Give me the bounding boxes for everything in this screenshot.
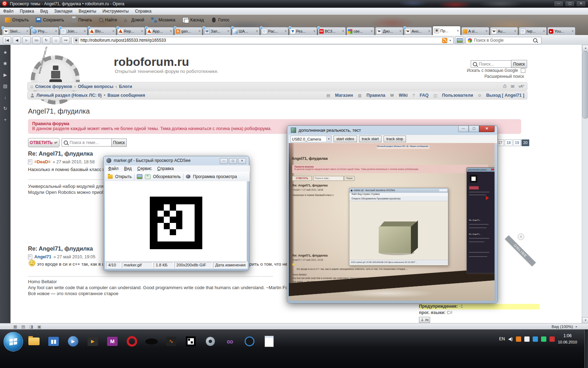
start-video-button[interactable]: start video	[334, 136, 357, 142]
home-nav-button[interactable]: ⌂	[52, 36, 60, 44]
site-search-button[interactable]: Поиск	[511, 60, 527, 68]
tab-close-icon[interactable]: ✕	[169, 29, 172, 33]
tray-icon-blue[interactable]	[533, 336, 538, 342]
ar-close-button[interactable]: ✕	[479, 126, 495, 132]
shop-link[interactable]: Магазин	[335, 93, 353, 98]
tab-16[interactable]: ✱Пр...✕	[433, 26, 461, 35]
tab-close-icon[interactable]: ✕	[284, 29, 287, 33]
menu-edit[interactable]: Правка	[17, 9, 37, 14]
zoom-level[interactable]: Вид (100%)	[552, 325, 573, 329]
menu-file[interactable]: Файл	[0, 9, 17, 14]
taskbar-messenger-icon[interactable]: M	[104, 333, 120, 349]
tab-close-icon[interactable]: ✕	[313, 29, 316, 33]
tab-close-icon[interactable]: ✕	[227, 29, 230, 33]
tab-4[interactable]: Blo...✕	[88, 27, 116, 35]
track-start-button[interactable]: track start	[359, 136, 382, 142]
topic-search-button[interactable]: Поиск	[111, 138, 127, 147]
rules-link[interactable]: Правила	[366, 93, 385, 98]
tab-close-icon[interactable]: ✕	[83, 29, 86, 33]
site-title[interactable]: roboforum.ru	[114, 55, 189, 69]
breadcrumb-blogs[interactable]: Блоги	[119, 84, 132, 89]
tab-1[interactable]: WSkel...✕	[2, 27, 30, 35]
bookmarks-panel-icon[interactable]: ★	[3, 50, 7, 55]
notes-panel-icon[interactable]: ▤	[3, 83, 7, 89]
acdsee-viewer-button[interactable]: Программа просмотра	[193, 174, 237, 179]
taskbar-aimp-icon[interactable]: ∿	[163, 333, 179, 349]
links-panel-icon[interactable]: ▶	[4, 72, 7, 77]
tab-8[interactable]: WЗап...✕	[203, 27, 231, 35]
tab-close-icon[interactable]: ✕	[342, 29, 344, 33]
tab-13[interactable]: све...✕	[346, 27, 374, 35]
tab-17[interactable]: A si...✕	[461, 27, 489, 35]
tab-20[interactable]: ▶You...✕	[547, 27, 575, 35]
tab-9[interactable]: ША...✕	[232, 27, 260, 35]
site-search-input[interactable]: Поиск...	[471, 60, 513, 68]
find-button[interactable]: Найти	[96, 16, 120, 23]
page-19[interactable]: 19	[513, 139, 521, 146]
volume-icon[interactable]: ◀)	[508, 336, 513, 341]
tray-icon-green[interactable]	[541, 336, 546, 342]
forward-button[interactable]: ▶	[22, 36, 31, 44]
maximize-button[interactable]: ▢	[565, 1, 575, 7]
tab-10[interactable]: Рас...✕	[260, 27, 288, 35]
next-image-icon[interactable]	[145, 174, 150, 179]
tab-18[interactable]: WAu...✕	[490, 27, 518, 35]
print-view-icon[interactable]: ⎙	[503, 84, 506, 89]
tray-icon-light[interactable]	[524, 336, 530, 342]
status-icon[interactable]: ◨	[29, 324, 33, 329]
acdsee-menu-view[interactable]: Вид	[124, 166, 132, 171]
back-to-top-button[interactable]: ∧	[518, 233, 524, 240]
breadcrumb-general[interactable]: Общие вопросы	[78, 84, 113, 89]
tab-close-icon[interactable]: ✕	[428, 29, 430, 33]
acdsee-titlebar[interactable]: marker.gif - Быстрый просмотр ACDSee	[106, 158, 190, 163]
taskbar-ar-marker-icon[interactable]	[183, 333, 199, 349]
google-search-field[interactable]: Поиск в Google	[465, 37, 541, 44]
reply-button[interactable]: ОТВЕТИТЬ↵	[28, 138, 59, 147]
taskbar-notepad-icon[interactable]	[261, 333, 277, 349]
tab-11[interactable]: Рез...✕	[289, 27, 317, 35]
acdsee-menu-help[interactable]: Справка	[157, 166, 174, 171]
breadcrumb-forums[interactable]: Список форумов	[35, 84, 72, 89]
members-link[interactable]: Пользователи	[442, 93, 473, 98]
post2-title[interactable]: Re: Angel71, флудилка	[28, 245, 93, 252]
faq-link[interactable]: FAQ	[420, 93, 429, 98]
tab-close-icon[interactable]: ✕	[198, 29, 201, 33]
menu-bookmarks[interactable]: Закладки	[51, 9, 76, 14]
voice-button[interactable]: Голос	[208, 16, 232, 23]
tab-close-icon[interactable]: ✕	[399, 29, 402, 33]
your-messages-link[interactable]: Ваши сообщения	[107, 93, 145, 98]
downloads-panel-icon[interactable]: ↓	[4, 95, 7, 100]
acdsee-close-button[interactable]: ✕	[238, 158, 246, 164]
reload-button[interactable]: ↻	[42, 36, 50, 44]
home-button[interactable]: ⌂Домой	[121, 16, 147, 23]
post1-author[interactable]: =DeaD=	[34, 159, 51, 164]
topic-search-input[interactable]: Поиск в теме...	[62, 138, 112, 146]
status-icon[interactable]: ▤	[21, 324, 25, 329]
prev-image-icon[interactable]	[137, 174, 142, 179]
tab-3[interactable]: Join...✕	[59, 27, 88, 35]
taskbar-opera-icon[interactable]	[124, 333, 140, 349]
scroll-down-icon[interactable]: ▼	[582, 317, 588, 323]
back-button[interactable]: ◀	[13, 36, 21, 44]
acdsee-maximize-button[interactable]: ▢	[229, 158, 237, 164]
open-button[interactable]: Открыть	[2, 16, 31, 23]
tab-close-icon[interactable]: ✕	[112, 29, 115, 33]
fast-forward-button[interactable]: ▶▶	[32, 36, 41, 44]
add-panel-icon[interactable]: +	[4, 117, 7, 122]
tab-2[interactable]: Phy...✕	[31, 27, 59, 35]
taskbar-explorer-icon[interactable]	[26, 333, 42, 349]
save-button[interactable]: Сохранить	[33, 16, 67, 23]
rss-dropdown-icon[interactable]: ▼	[449, 39, 451, 42]
key-icon[interactable]: ⊶	[62, 36, 70, 44]
close-button[interactable]: ✕	[576, 1, 586, 7]
images-toggle-button[interactable]	[455, 36, 464, 44]
wiki-link[interactable]: Wiki	[399, 93, 408, 98]
pm-button[interactable]: лс	[419, 317, 430, 323]
page-18[interactable]: 18	[505, 139, 512, 146]
scroll-up-icon[interactable]: ▲	[582, 45, 588, 51]
panels-toggle-icon[interactable]: ▦	[13, 324, 17, 329]
tab-15[interactable]: WАно...✕	[404, 27, 432, 35]
taskbar-bat-icon[interactable]	[144, 333, 160, 349]
menu-help[interactable]: Справка	[132, 9, 155, 14]
language-indicator[interactable]: EN	[499, 336, 505, 341]
